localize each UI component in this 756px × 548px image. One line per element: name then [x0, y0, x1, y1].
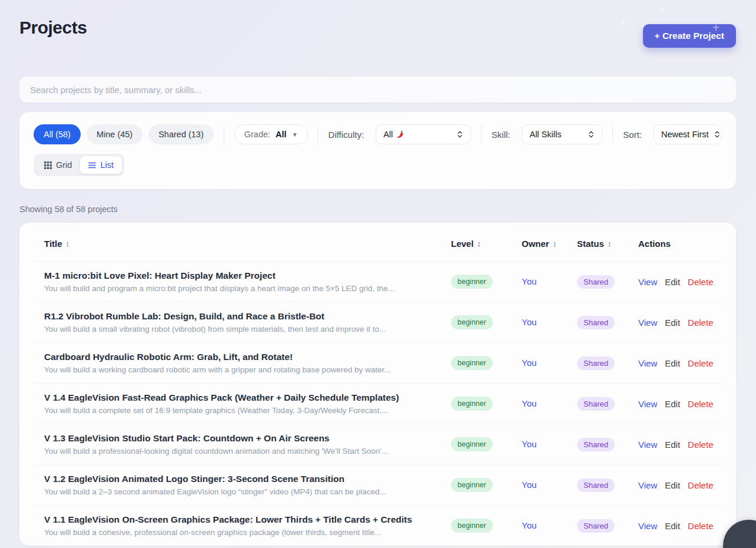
chili-pepper-icon	[396, 130, 404, 139]
delete-action[interactable]: Delete	[688, 277, 713, 287]
grade-filter-button[interactable]: Grade: All ▼	[234, 124, 308, 144]
column-header-status[interactable]: Status ↕	[577, 239, 638, 249]
level-badge: beginner	[451, 315, 493, 329]
table-row: Cardboard Hydraulic Robotic Arm: Grab, L…	[19, 343, 736, 383]
view-action[interactable]: View	[638, 521, 657, 531]
projects-page: + + + Projects + Create Project All (58)…	[0, 0, 756, 548]
actions-cell: View Edit Delete	[638, 440, 722, 450]
tab-shared[interactable]: Shared (13)	[148, 124, 214, 144]
delete-action[interactable]: Delete	[688, 318, 713, 328]
level-cell: beginner	[451, 397, 522, 411]
status-badge: Shared	[577, 397, 615, 411]
edit-action[interactable]: Edit	[665, 480, 680, 490]
divider	[318, 126, 319, 143]
view-action[interactable]: View	[638, 399, 657, 409]
sort-icon: ↕	[477, 239, 481, 248]
skill-select[interactable]: All Skills	[522, 124, 602, 144]
owner-link[interactable]: You	[522, 317, 536, 327]
status-cell: Shared	[577, 275, 638, 289]
view-action[interactable]: View	[638, 358, 657, 368]
project-title: V 1.2 EagleVision Animated Logo Stinger:…	[44, 474, 442, 484]
project-title-cell: R1.2 Vibrobot Rumble Lab: Design, Build,…	[44, 311, 451, 334]
project-summary: You will build a cohesive, professional …	[44, 528, 442, 537]
page-title: Projects	[19, 16, 87, 38]
delete-action[interactable]: Delete	[688, 440, 713, 450]
level-badge: beginner	[451, 478, 493, 492]
column-header-actions: Actions	[638, 239, 722, 249]
delete-action[interactable]: Delete	[688, 521, 713, 531]
delete-action[interactable]: Delete	[688, 480, 713, 490]
status-badge: Shared	[577, 275, 615, 289]
list-view-button[interactable]: List	[80, 156, 122, 174]
owner-link[interactable]: You	[522, 276, 536, 286]
owner-link[interactable]: You	[522, 358, 536, 368]
column-header-title[interactable]: Title ↕	[44, 239, 451, 249]
actions-cell: View Edit Delete	[638, 318, 722, 328]
level-badge: beginner	[451, 397, 493, 411]
status-badge: Shared	[577, 438, 615, 451]
skill-label: Skill:	[492, 130, 510, 140]
grid-icon	[44, 161, 52, 169]
difficulty-label: Difficulty:	[329, 130, 364, 140]
column-header-level[interactable]: Level ↕	[451, 239, 522, 249]
table-row: R1.2 Vibrobot Rumble Lab: Design, Build,…	[19, 302, 736, 342]
project-title: R1.2 Vibrobot Rumble Lab: Design, Build,…	[44, 311, 442, 322]
project-summary: You will build a complete set of 16:9 te…	[44, 406, 442, 415]
level-cell: beginner	[451, 437, 522, 451]
owner-link[interactable]: You	[522, 439, 536, 449]
edit-action[interactable]: Edit	[665, 358, 680, 368]
delete-action[interactable]: Delete	[688, 358, 713, 368]
table-body: M-1 micro:bit Love Pixel: Heart Display …	[19, 262, 736, 546]
sort-label: Sort:	[623, 130, 642, 140]
project-title-cell: V 1.4 EagleVision Fast-Read Graphics Pac…	[44, 392, 451, 415]
column-header-owner[interactable]: Owner ↕	[522, 239, 577, 249]
table-row: V 1.4 EagleVision Fast-Read Graphics Pac…	[19, 384, 736, 424]
edit-action[interactable]: Edit	[665, 440, 680, 450]
view-action[interactable]: View	[638, 480, 657, 490]
table-row: V 1.3 EagleVision Studio Start Pack: Cou…	[19, 424, 736, 464]
edit-action[interactable]: Edit	[665, 277, 680, 287]
owner-cell: You	[522, 317, 577, 328]
create-project-button[interactable]: + Create Project	[643, 24, 736, 48]
sort-select[interactable]: Newest First	[654, 124, 722, 144]
level-badge: beginner	[451, 519, 493, 533]
owner-link[interactable]: You	[522, 480, 536, 490]
edit-action[interactable]: Edit	[665, 399, 680, 409]
delete-action[interactable]: Delete	[688, 399, 713, 409]
owner-cell: You	[522, 358, 577, 368]
project-title-cell: M-1 micro:bit Love Pixel: Heart Display …	[44, 270, 451, 293]
level-cell: beginner	[451, 275, 522, 289]
difficulty-select[interactable]: All	[376, 124, 471, 144]
grid-view-button[interactable]: Grid	[36, 156, 80, 174]
status-cell: Shared	[577, 397, 638, 411]
level-cell: beginner	[451, 478, 522, 492]
view-action[interactable]: View	[638, 277, 657, 287]
project-summary: You will build and program a micro:bit p…	[44, 284, 442, 293]
page-header: Projects + Create Project	[19, 16, 736, 48]
status-cell: Shared	[577, 438, 638, 451]
edit-action[interactable]: Edit	[665, 318, 680, 328]
owner-cell: You	[522, 398, 577, 409]
status-badge: Shared	[577, 316, 615, 329]
chevrons-up-down-icon	[714, 130, 721, 138]
table-row: M-1 micro:bit Love Pixel: Heart Display …	[19, 262, 736, 302]
tab-mine[interactable]: Mine (45)	[87, 124, 142, 144]
owner-link[interactable]: You	[522, 398, 536, 408]
project-summary: You will build a working cardboard robot…	[44, 365, 442, 374]
sort-icon: ↕	[66, 239, 70, 248]
owner-cell: You	[522, 520, 577, 531]
view-action[interactable]: View	[638, 440, 657, 450]
project-title: V 1.3 EagleVision Studio Start Pack: Cou…	[44, 433, 442, 444]
skill-value: All Skills	[529, 130, 561, 139]
grade-value: All	[276, 130, 287, 139]
sort-icon: ↕	[608, 239, 612, 248]
view-action[interactable]: View	[638, 318, 657, 328]
tab-all[interactable]: All (58)	[34, 124, 81, 144]
owner-link[interactable]: You	[522, 520, 536, 530]
divider	[612, 126, 613, 143]
list-view-label: List	[100, 160, 114, 170]
edit-action[interactable]: Edit	[665, 521, 680, 531]
search-input[interactable]	[19, 77, 736, 103]
project-title: V 1.1 EagleVision On-Screen Graphics Pac…	[44, 514, 442, 525]
level-badge: beginner	[451, 275, 493, 289]
